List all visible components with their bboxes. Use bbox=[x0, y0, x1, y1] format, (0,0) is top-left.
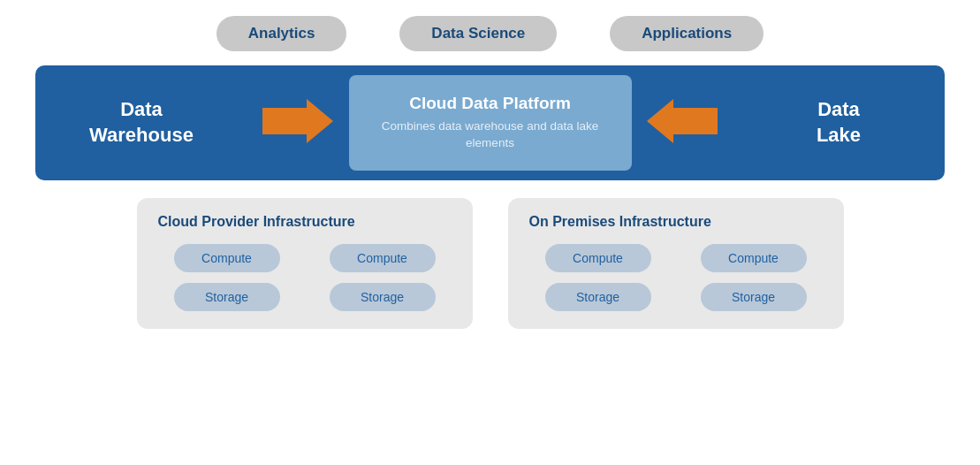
on-premises-infra-grid: Compute Compute Storage Storage bbox=[529, 244, 823, 311]
bottom-section: Cloud Provider Infrastructure Compute Co… bbox=[35, 198, 945, 329]
arrow-left-icon bbox=[647, 99, 718, 147]
on-premises-infra-box: On Premises Infrastructure Compute Compu… bbox=[508, 198, 844, 329]
banner-right-section: DataLake bbox=[733, 65, 945, 180]
svg-marker-1 bbox=[647, 99, 718, 143]
data-lake-label: DataLake bbox=[817, 97, 861, 148]
list-item: Compute bbox=[330, 244, 436, 272]
top-pills-row: Analytics Data Science Applications bbox=[35, 16, 945, 51]
list-item: Storage bbox=[174, 283, 280, 311]
list-item: Compute bbox=[701, 244, 807, 272]
svg-marker-0 bbox=[262, 99, 333, 143]
data-warehouse-label: DataWarehouse bbox=[89, 97, 194, 148]
main-banner: DataWarehouse Cloud Data Platform Combin… bbox=[35, 65, 945, 180]
cloud-provider-infra-grid: Compute Compute Storage Storage bbox=[158, 244, 452, 311]
pill-data-science: Data Science bbox=[399, 16, 557, 51]
cloud-provider-infra-box: Cloud Provider Infrastructure Compute Co… bbox=[137, 198, 473, 329]
list-item: Compute bbox=[545, 244, 651, 272]
banner-left-section: DataWarehouse bbox=[35, 65, 247, 180]
on-premises-infra-title: On Premises Infrastructure bbox=[529, 214, 711, 230]
list-item: Storage bbox=[330, 283, 436, 311]
cloud-platform-title: Cloud Data Platform bbox=[409, 94, 571, 113]
list-item: Storage bbox=[701, 283, 807, 311]
cloud-data-platform-box: Cloud Data Platform Combines data wareho… bbox=[349, 75, 632, 171]
arrow-right-icon bbox=[262, 99, 333, 147]
list-item: Storage bbox=[545, 283, 651, 311]
cloud-platform-subtitle: Combines data warehouse and data lake el… bbox=[367, 118, 614, 152]
pill-applications: Applications bbox=[610, 16, 763, 51]
pill-analytics: Analytics bbox=[217, 16, 347, 51]
cloud-provider-infra-title: Cloud Provider Infrastructure bbox=[158, 214, 355, 230]
list-item: Compute bbox=[174, 244, 280, 272]
